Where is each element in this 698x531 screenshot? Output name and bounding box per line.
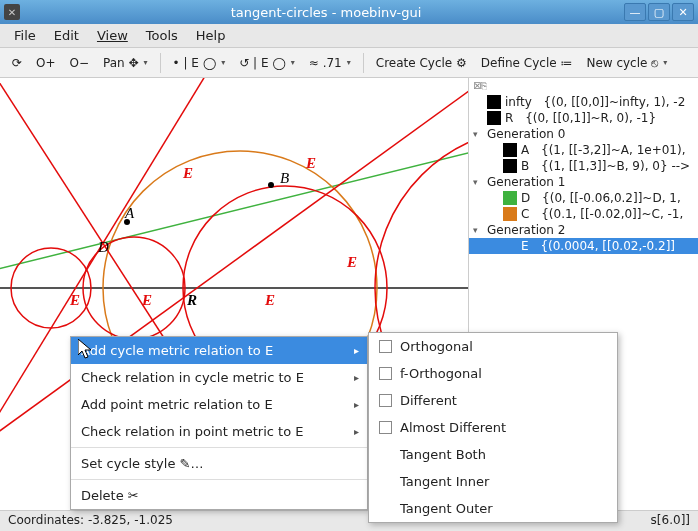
sub-tangent-inner[interactable]: Tangent Inner: [369, 468, 617, 495]
tree-group-label: Generation 2: [487, 223, 565, 237]
tree-detail: {(0, [[0,1]]~R, 0), -1}: [525, 111, 656, 125]
zoom-in-button[interactable]: O+: [30, 54, 62, 72]
submenu-arrow-icon: ▸: [354, 399, 359, 410]
tree-toolbar[interactable]: ⊠⎘: [469, 78, 698, 94]
sub-f-orthogonal[interactable]: f-Orthogonal: [369, 360, 617, 387]
status-right: s[6.0]]: [651, 513, 690, 529]
checkbox-icon[interactable]: [379, 421, 392, 434]
ctx-check-cycle-metric[interactable]: Check relation in cycle metric to E ▸: [71, 364, 367, 391]
swatch-icon: [487, 95, 501, 109]
submenu-arrow-icon: ▸: [354, 426, 359, 437]
tree-label: E: [521, 239, 529, 253]
label-E: E: [182, 165, 193, 181]
label-B: B: [280, 170, 289, 186]
spiral-eo-button[interactable]: ↺ | E ◯: [233, 54, 301, 72]
tree-label: D: [521, 191, 530, 205]
submenu-arrow-icon: ▸: [354, 345, 359, 356]
checkbox-icon[interactable]: [379, 340, 392, 353]
ctx-label: Delete ✂: [81, 488, 139, 503]
chevron-down-icon: ▾: [473, 177, 483, 187]
tree-item-b[interactable]: B {(1, [[1,3]]~B, 9), 0} -->: [469, 158, 698, 174]
tree-group-gen2[interactable]: ▾ Generation 2: [469, 222, 698, 238]
svg-point-11: [268, 182, 274, 188]
minimize-button[interactable]: —: [624, 3, 646, 21]
sub-orthogonal[interactable]: Orthogonal: [369, 333, 617, 360]
ctx-add-point-metric[interactable]: Add point metric relation to E ▸: [71, 391, 367, 418]
close-button[interactable]: ✕: [672, 3, 694, 21]
tree-detail: {(0, [[-0.06,0.2]]~D, 1,: [542, 191, 681, 205]
tree-detail: {(1, [[-3,2]]~A, 1e+01),: [541, 143, 685, 157]
label-E: E: [69, 292, 80, 308]
ctx-set-cycle-style[interactable]: Set cycle style ✎…: [71, 450, 367, 477]
tree-group-gen0[interactable]: ▾ Generation 0: [469, 126, 698, 142]
tree-detail: {(0.1, [[-0.02,0]]~C, -1,: [541, 207, 683, 221]
sub-different[interactable]: Different: [369, 387, 617, 414]
swatch-icon: [503, 159, 517, 173]
menu-file[interactable]: File: [6, 26, 44, 45]
sub-label: Tangent Outer: [400, 501, 493, 516]
tree-item-infty[interactable]: infty {(0, [[0,0]]~infty, 1), -2: [469, 94, 698, 110]
separator: [160, 53, 161, 73]
menu-help[interactable]: Help: [188, 26, 234, 45]
tree-label: C: [521, 207, 529, 221]
menu-tools[interactable]: Tools: [138, 26, 186, 45]
swatch-icon: [503, 191, 517, 205]
checkbox-icon[interactable]: [379, 394, 392, 407]
label-R: R: [186, 292, 197, 308]
tree-item-d[interactable]: D {(0, [[-0.06,0.2]]~D, 1,: [469, 190, 698, 206]
sub-label: Almost Different: [400, 420, 506, 435]
label-E: E: [264, 292, 275, 308]
label-E: E: [141, 292, 152, 308]
sub-tangent-both[interactable]: Tangent Both: [369, 441, 617, 468]
dot-eo-button[interactable]: • | E ◯: [167, 54, 232, 72]
sub-label: Tangent Inner: [400, 474, 489, 489]
svg-marker-12: [78, 339, 91, 358]
ctx-label: Add point metric relation to E: [81, 397, 273, 412]
tree-label: B: [521, 159, 529, 173]
menu-edit[interactable]: Edit: [46, 26, 87, 45]
ctx-check-point-metric[interactable]: Check relation in point metric to E ▸: [71, 418, 367, 445]
tree-detail: {(0, [[0,0]]~infty, 1), -2: [544, 95, 686, 109]
app-icon: ✕: [4, 4, 20, 20]
maximize-button[interactable]: ▢: [648, 3, 670, 21]
chevron-down-icon: ▾: [473, 225, 483, 235]
sub-label: Orthogonal: [400, 339, 473, 354]
checkbox-icon[interactable]: [379, 367, 392, 380]
swatch-icon: [503, 207, 517, 221]
tree-item-e[interactable]: E {(0.0004, [[0.02,-0.2]]: [469, 238, 698, 254]
menubar: File Edit View Tools Help: [0, 24, 698, 48]
tree-item-c[interactable]: C {(0.1, [[-0.02,0]]~C, -1,: [469, 206, 698, 222]
ctx-delete[interactable]: Delete ✂: [71, 482, 367, 509]
zoom-out-button[interactable]: O−: [64, 54, 96, 72]
sub-almost-different[interactable]: Almost Different: [369, 414, 617, 441]
pan-button[interactable]: Pan ✥: [97, 54, 154, 72]
sub-tangent-outer[interactable]: Tangent Outer: [369, 495, 617, 522]
main-area: A B D R E E E E E E ⊠⎘ infty {(0, [[0,0]…: [0, 78, 698, 510]
tree-group-gen1[interactable]: ▾ Generation 1: [469, 174, 698, 190]
refresh-button[interactable]: ⟳: [6, 54, 28, 72]
sub-label: f-Orthogonal: [400, 366, 482, 381]
ctx-add-cycle-metric[interactable]: Add cycle metric relation to E ▸: [71, 337, 367, 364]
label-A: A: [124, 205, 135, 221]
approx-button[interactable]: ≈ .71: [303, 54, 357, 72]
tree-group-label: Generation 1: [487, 175, 565, 189]
status-coords: Coordinates: -3.825, -1.025: [8, 513, 173, 529]
tree-item-r[interactable]: R {(0, [[0,1]]~R, 0), -1}: [469, 110, 698, 126]
chevron-down-icon: ▾: [473, 129, 483, 139]
separator: [363, 53, 364, 73]
titlebar: ✕ tangent-circles - moebinv-gui — ▢ ✕: [0, 0, 698, 24]
window-buttons: — ▢ ✕: [624, 3, 694, 21]
create-cycle-button[interactable]: Create Cycle ⚙: [370, 54, 473, 72]
context-menu: Add cycle metric relation to E ▸ Check r…: [70, 336, 368, 510]
define-cycle-button[interactable]: Define Cycle ≔: [475, 54, 579, 72]
new-cycle-button[interactable]: New cycle ⎋: [580, 54, 673, 72]
label-D: D: [97, 239, 109, 255]
sub-label: Different: [400, 393, 457, 408]
menu-view[interactable]: View: [89, 26, 136, 45]
tree-item-a[interactable]: A {(1, [[-3,2]]~A, 1e+01),: [469, 142, 698, 158]
window-title: tangent-circles - moebinv-gui: [28, 5, 624, 20]
tree-group-label: Generation 0: [487, 127, 565, 141]
toolbar: ⟳ O+ O− Pan ✥ • | E ◯ ↺ | E ◯ ≈ .71 Crea…: [0, 48, 698, 78]
tree-label: A: [521, 143, 529, 157]
sub-label: Tangent Both: [400, 447, 486, 462]
